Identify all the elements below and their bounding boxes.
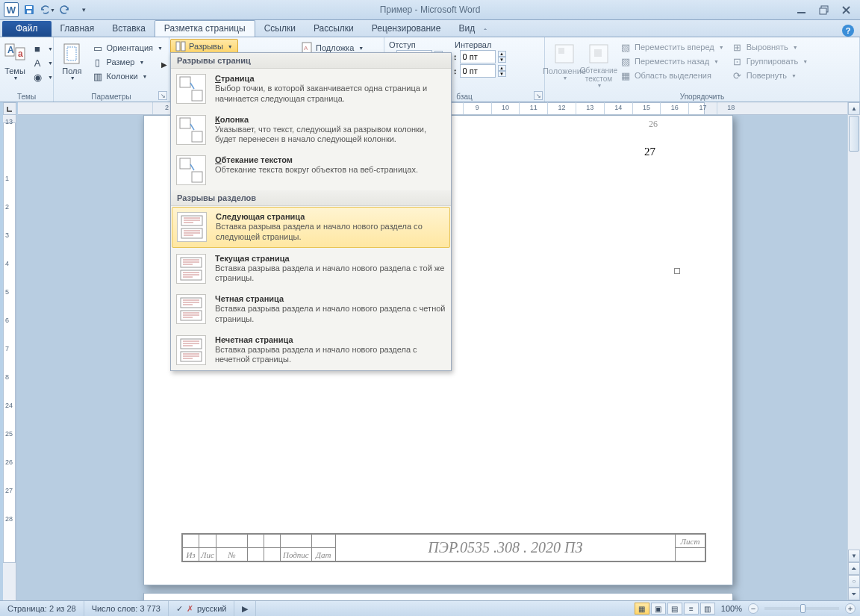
dropdown-section-pages: Разрывы страниц	[171, 53, 451, 69]
section-thumb-icon	[176, 335, 206, 365]
break-section-item-0[interactable]: Следующая страницаВставка разрыва раздел…	[172, 207, 450, 248]
lang-icon: ✗	[187, 604, 193, 614]
themes-button[interactable]: Aa Темы ▼	[3, 40, 27, 91]
zoom-in-button[interactable]: +	[845, 603, 856, 614]
zoom-level[interactable]: 100%	[721, 604, 742, 613]
page-setup-launcher[interactable]: ↘	[158, 91, 167, 100]
tab-view[interactable]: Вид	[449, 21, 484, 37]
svg-rect-5	[820, 8, 826, 14]
break-page-item-1[interactable]: КолонкаУказывает, что текст, следующий з…	[171, 110, 451, 151]
prev-page-button[interactable]: ⏶	[848, 562, 860, 575]
svg-rect-2	[27, 10, 31, 13]
align-button[interactable]: ⊞Выровнять▼	[729, 40, 811, 54]
break-thumb-icon	[176, 115, 206, 145]
svg-rect-13	[181, 42, 185, 51]
status-proofing[interactable]: ✓✗русский	[169, 601, 234, 616]
spacing-after[interactable]: ↕▲▼	[453, 64, 506, 78]
tab-page-layout[interactable]: Разметка страницы	[155, 20, 255, 37]
selection-pane-button[interactable]: ▦Область выделения	[617, 69, 727, 82]
svg-rect-20	[180, 77, 190, 87]
next-page[interactable]	[143, 593, 733, 600]
breaks-icon	[175, 41, 186, 52]
wrap-text-button[interactable]: Обтекание текстом▼	[582, 40, 615, 91]
spacing-before[interactable]: ↕▲▼	[453, 50, 506, 63]
proofing-icon: ✓	[176, 604, 183, 614]
section-thumb-icon	[176, 294, 206, 324]
rotate-button[interactable]: ⟳Повернуть▼	[729, 69, 811, 82]
tab-references[interactable]: Ссылки	[255, 21, 305, 37]
vertical-ruler[interactable]: 13123456782425262728	[3, 115, 16, 600]
view-full-reading[interactable]: ▣	[651, 603, 666, 615]
group-arrange: Положение▼ Обтекание текстом▼ ▧Перемести…	[545, 37, 860, 102]
redo-button[interactable]	[57, 1, 73, 18]
close-button[interactable]	[839, 4, 853, 15]
svg-rect-3	[797, 12, 806, 13]
save-button[interactable]	[21, 1, 37, 18]
break-section-item-1[interactable]: Текущая страницаВставка разрыва раздела …	[171, 249, 451, 290]
section-thumb-icon	[177, 212, 207, 242]
paragraph-mark	[674, 268, 680, 274]
theme-fonts-button[interactable]: A▼	[28, 56, 56, 69]
tab-insert[interactable]: Вставка	[103, 21, 155, 37]
tab-file[interactable]: Файл	[2, 21, 52, 37]
position-button[interactable]: Положение▼	[548, 40, 581, 91]
break-page-item-0[interactable]: ▶СтраницаВыбор точки, в которой заканчив…	[171, 69, 451, 110]
status-macro[interactable]: ▶	[234, 601, 256, 616]
margins-button[interactable]: Поля ▼	[57, 40, 87, 91]
bring-forward-button[interactable]: ▧Переместить вперед▼	[617, 40, 727, 54]
help-button[interactable]: ?	[842, 25, 854, 37]
minimize-button[interactable]	[794, 4, 808, 15]
send-backward-button[interactable]: ▨Переместить назад▼	[617, 55, 727, 68]
window-title: Пример - Microsoft Word	[0, 4, 860, 15]
view-print-layout[interactable]: ▦	[635, 603, 649, 615]
status-page[interactable]: Страница: 2 из 28	[0, 601, 84, 616]
wrap-icon	[587, 42, 611, 66]
scroll-up-button[interactable]: ▲	[848, 102, 860, 115]
break-section-item-3[interactable]: Нечетная страницаВставка разрыва раздела…	[171, 330, 451, 371]
theme-effects-button[interactable]: ◉▼	[28, 70, 56, 84]
svg-text:A: A	[304, 45, 308, 52]
svg-rect-21	[192, 90, 202, 101]
undo-button[interactable]: ▼	[39, 1, 55, 18]
svg-rect-24	[180, 158, 190, 169]
zoom-out-button[interactable]: −	[748, 603, 758, 614]
break-page-item-2[interactable]: Обтекание текстомОбтекание текста вокруг…	[171, 150, 451, 190]
size-icon: ▯	[92, 56, 104, 68]
size-button[interactable]: ▯Размер▼	[89, 55, 166, 69]
forward-icon: ▧	[620, 41, 632, 53]
page-number-header: 26	[649, 119, 658, 130]
next-page-button[interactable]: ⏷	[848, 588, 860, 600]
ribbon-minimize-icon[interactable]: ˆ	[484, 28, 487, 37]
status-words[interactable]: Число слов: 3 773	[84, 601, 169, 616]
svg-rect-22	[180, 118, 190, 128]
view-web[interactable]: ▤	[667, 603, 682, 615]
status-bar: Страница: 2 из 28 Число слов: 3 773 ✓✗ру…	[0, 600, 860, 616]
scroll-down-button[interactable]: ▼	[848, 550, 860, 562]
tab-selector[interactable]	[3, 102, 16, 115]
tab-home[interactable]: Главная	[52, 21, 104, 37]
theme-colors-button[interactable]: ■▼	[28, 42, 56, 55]
qat-customize[interactable]: ▾	[75, 1, 91, 18]
paragraph-launcher[interactable]: ↘	[534, 91, 543, 100]
break-section-item-2[interactable]: Четная страницаВставка разрыва раздела и…	[171, 289, 451, 330]
tab-review[interactable]: Рецензирование	[363, 21, 450, 37]
group-button[interactable]: ⊡Группировать▼	[729, 55, 811, 68]
align-icon: ⊞	[732, 41, 744, 53]
scroll-thumb[interactable]	[849, 116, 859, 152]
svg-rect-12	[176, 42, 180, 51]
view-draft[interactable]: ▥	[700, 603, 715, 615]
breaks-button[interactable]: Разрывы▼	[170, 39, 238, 54]
group-icon: ⊡	[732, 55, 744, 67]
word-logo: W	[3, 1, 19, 18]
selection-icon: ▦	[620, 69, 632, 81]
zoom-slider[interactable]	[764, 607, 839, 610]
orientation-button[interactable]: ▭Ориентация▼	[89, 41, 166, 55]
browse-object-button[interactable]: ○	[848, 575, 860, 588]
tab-mailings[interactable]: Рассылки	[305, 21, 363, 37]
break-thumb-icon	[176, 74, 206, 104]
themes-icon: Aa	[3, 42, 27, 66]
columns-button[interactable]: ▥Колонки▼	[89, 69, 166, 83]
view-outline[interactable]: ≡	[684, 603, 699, 615]
restore-button[interactable]	[817, 4, 830, 15]
vertical-scrollbar[interactable]: ▲ ▼ ⏶ ○ ⏷	[847, 102, 860, 600]
